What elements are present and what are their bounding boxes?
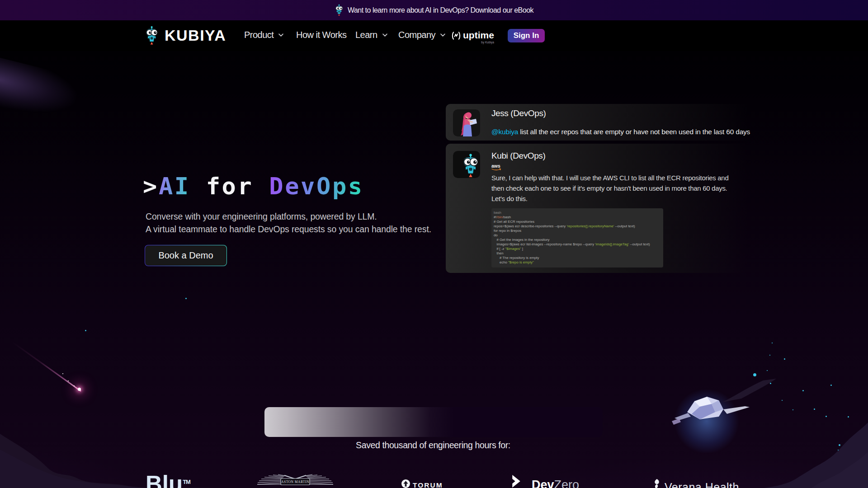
star-decoration (793, 409, 793, 410)
page: Want to learn more about AI in DevOps? D… (0, 0, 868, 488)
book-demo-button[interactable]: Book a Demo (145, 245, 227, 266)
hero-subtitle-line2: A virtual teammate to handle DevOps requ… (146, 223, 431, 236)
logo-verana-health: Verana Health (652, 478, 739, 488)
star-decoration (767, 370, 768, 371)
code-line: then (494, 251, 660, 256)
aws-logo: aws (491, 163, 728, 171)
star-decoration (830, 385, 832, 386)
code-line: do (494, 233, 660, 238)
chevron-down-icon (278, 33, 283, 37)
star-decoration (770, 383, 771, 384)
kubi-avatar (453, 151, 480, 178)
nav-item-product[interactable]: Product (244, 30, 283, 40)
nav-item-how-it-works[interactable]: How it Works (296, 30, 346, 40)
logo-blu: BluTM (146, 471, 190, 488)
star-decoration (769, 355, 770, 356)
jess-name: Jess (DevOps) (491, 108, 750, 118)
hero-title: >AI for DevOps (143, 174, 364, 198)
kubiya-mention: @kubiya (491, 128, 518, 136)
kubi-message-group: Kubi (DevOps) aws Sure, I can help with … (491, 151, 728, 273)
jess-message: @kubiya list all the ecr repos that are … (491, 128, 750, 136)
kubi-message: Sure, I can help with that. I will use t… (491, 173, 728, 204)
star-decoration (68, 380, 69, 381)
logo-torum: TORUM (401, 479, 443, 488)
code-block: bash#!/bin/bash# Get all ECR repositorie… (491, 208, 663, 267)
hills-right-decoration (741, 420, 868, 488)
code-line: for repo in $repos (494, 229, 660, 233)
code-line: # The repository is empty (494, 256, 660, 260)
star-decoration (74, 385, 75, 386)
uptime-wordmark: uptime (463, 30, 494, 40)
hero-title-ai: AI (159, 173, 190, 200)
code-line: bash (494, 211, 660, 215)
verana-icon (652, 478, 661, 488)
uptime-logo[interactable]: uptime by Kubiya (451, 30, 494, 44)
nav-bar: KUBIYA Product How it Works Learn Compan… (0, 20, 868, 51)
chat-card-jess: Jess (DevOps) @kubiya list all the ecr r… (446, 104, 753, 141)
star-decoration (782, 400, 783, 401)
sign-in-button[interactable]: Sign In (508, 29, 545, 42)
announcement-text[interactable]: Want to learn more about AI in DevOps? D… (348, 6, 533, 14)
logo-carousel-placeholder (264, 407, 603, 437)
robot-icon (335, 4, 344, 16)
star-decoration (85, 330, 86, 331)
svg-text:aws: aws (491, 163, 500, 169)
kubi-name: Kubi (DevOps) (491, 151, 728, 161)
uptime-pulse-icon (451, 30, 461, 41)
star-decoration (839, 444, 840, 446)
nav-item-learn[interactable]: Learn (355, 30, 387, 40)
chevron-down-icon (440, 33, 445, 37)
star-decoration (62, 373, 63, 374)
star-decoration (848, 416, 849, 418)
code-line: echo "$repo is empty" (494, 260, 660, 265)
star-decoration (78, 389, 79, 390)
code-line: repos=$(aws ecr describe-repositories --… (494, 224, 660, 229)
torum-icon (401, 479, 410, 488)
nav-item-company[interactable]: Company (398, 30, 445, 40)
star-decoration (185, 298, 187, 299)
star-decoration (826, 416, 827, 417)
hero-subtitle-line1: Converse with your engineering platforms… (146, 211, 431, 223)
star-decoration (814, 408, 815, 410)
star-decoration (753, 373, 756, 376)
brand-logo[interactable]: KUBIYA (146, 24, 226, 47)
svg-text:ASTON MARTIN: ASTON MARTIN (281, 480, 309, 484)
star-decoration (802, 390, 804, 391)
code-line: #!/bin/bash (494, 215, 660, 220)
devzero-icon (511, 475, 522, 488)
logo-aston-martin: ASTON MARTIN (256, 474, 334, 488)
code-line: # Get all ECR repositories (494, 220, 660, 224)
star-decoration (772, 343, 773, 343)
brand-wordmark: KUBIYA (165, 27, 226, 44)
chevron-down-icon (382, 33, 387, 37)
saved-hours-heading: Saved thousand of engineering hours for: (356, 440, 510, 450)
code-line: images=$(aws ecr list-images --repositor… (494, 242, 660, 247)
code-line: if [ -z "$images" ] (494, 247, 660, 251)
star-decoration (838, 450, 839, 450)
announcement-bar[interactable]: Want to learn more about AI in DevOps? D… (0, 0, 868, 20)
kubiya-robot-icon (146, 24, 160, 47)
uptime-byline: by Kubiya (463, 41, 494, 44)
comet-trail-decoration (12, 342, 81, 391)
code-line: # Get the images in the repository (494, 238, 660, 242)
chat-card-kubi: Kubi (DevOps) aws Sure, I can help with … (446, 144, 753, 273)
nebula-decoration (0, 55, 81, 124)
hero-title-devops: DevOps (269, 173, 363, 200)
jess-avatar (453, 109, 480, 136)
logo-devzero: DevZero (511, 475, 579, 488)
star-decoration (784, 358, 785, 360)
jess-message-group: Jess (DevOps) @kubiya list all the ecr r… (491, 109, 750, 141)
hero-subtitle: Converse with your engineering platforms… (146, 211, 431, 235)
